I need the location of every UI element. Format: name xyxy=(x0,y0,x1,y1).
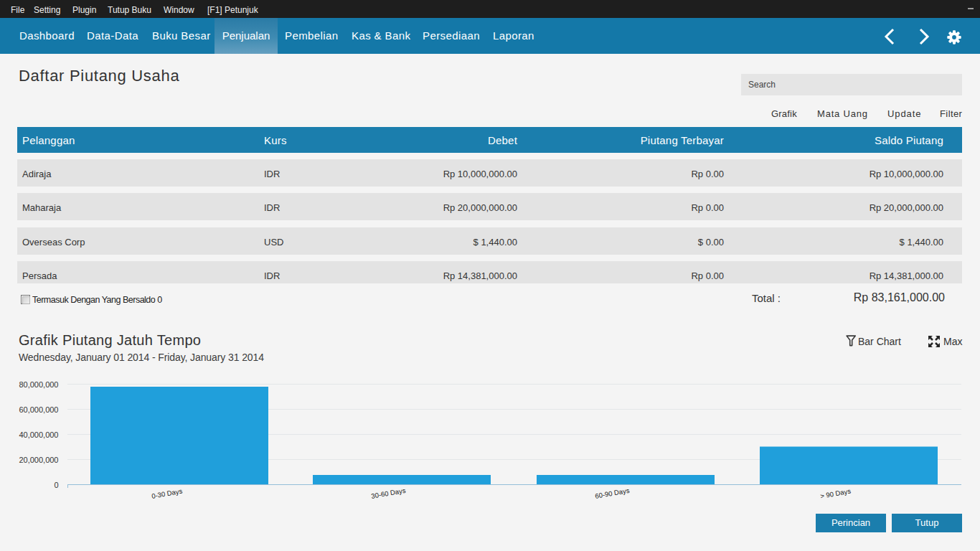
svg-text:60,000,000: 60,000,000 xyxy=(19,405,58,414)
svg-text:30-60 Days: 30-60 Days xyxy=(370,486,406,500)
svg-text:0-30 Days: 0-30 Days xyxy=(151,487,183,500)
svg-text:40,000,000: 40,000,000 xyxy=(19,430,58,439)
svg-text:0: 0 xyxy=(54,481,58,489)
svg-text:60-90 Days: 60-90 Days xyxy=(594,486,630,500)
svg-text:20,000,000: 20,000,000 xyxy=(19,456,58,464)
svg-text:> 90 Days: > 90 Days xyxy=(819,487,852,500)
svg-text:80,000,000: 80,000,000 xyxy=(19,380,58,389)
